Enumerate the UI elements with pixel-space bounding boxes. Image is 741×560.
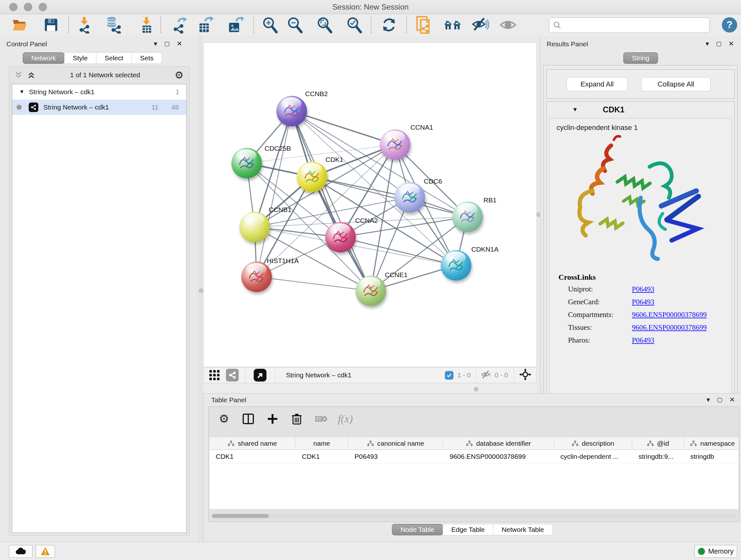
- selected-checkbox-icon[interactable]: [445, 371, 454, 380]
- column-header-description[interactable]: description: [554, 437, 632, 449]
- table-cell[interactable]: CDK1: [295, 450, 348, 463]
- edge-CCNB2-CCNA1[interactable]: [292, 111, 395, 145]
- zoom-in-icon[interactable]: [261, 16, 279, 34]
- node-CDC25B[interactable]: [231, 148, 262, 179]
- table-cell[interactable]: stringdb:9...: [632, 450, 684, 463]
- panel-float-icon[interactable]: ▢: [164, 41, 170, 47]
- panel-dock-icon[interactable]: ▾: [706, 396, 710, 403]
- import-network-database-icon[interactable]: [105, 16, 122, 34]
- panel-close-icon[interactable]: ✕: [177, 40, 183, 47]
- tab-edge-table[interactable]: Edge Table: [443, 524, 493, 536]
- tab-network-table[interactable]: Network Table: [493, 524, 553, 536]
- node-RB1[interactable]: [452, 201, 483, 232]
- panel-dock-icon[interactable]: ▾: [154, 40, 157, 47]
- tab-string[interactable]: String: [623, 52, 658, 64]
- horizontal-splitter[interactable]: [203, 383, 537, 393]
- network-collection-row[interactable]: ▼ String Network – cdk1 1: [12, 84, 186, 100]
- panel-float-icon[interactable]: ▢: [717, 397, 723, 402]
- edge-CCNB2-HIST1H1A[interactable]: [257, 111, 292, 277]
- help-icon[interactable]: ?: [722, 17, 737, 33]
- node-CDKN1A[interactable]: [441, 250, 471, 281]
- expand-all-button[interactable]: Expand All: [566, 77, 628, 91]
- grid-view-icon[interactable]: [209, 369, 220, 381]
- node-CCNE1[interactable]: [355, 275, 386, 306]
- string-home-icon[interactable]: [444, 16, 461, 34]
- annotation-share-icon[interactable]: [226, 369, 239, 381]
- crosslink-link[interactable]: P06493: [632, 336, 654, 345]
- show-graphics-details-icon[interactable]: [499, 16, 517, 34]
- node-CDK1[interactable]: [297, 162, 327, 192]
- table-cell[interactable]: CDK1: [209, 450, 295, 463]
- crosshair-icon[interactable]: [519, 368, 531, 382]
- node-CCNA1[interactable]: [380, 129, 410, 160]
- column-header-shared-name[interactable]: shared name: [209, 437, 295, 449]
- add-column-icon[interactable]: [265, 411, 280, 427]
- show-columns-icon[interactable]: [241, 411, 256, 427]
- birds-eye-view-icon[interactable]: [254, 369, 266, 381]
- import-network-file-icon[interactable]: [75, 16, 93, 34]
- zoom-fit-icon[interactable]: [316, 16, 333, 34]
- tab-network[interactable]: Network: [23, 52, 64, 64]
- zoom-out-icon[interactable]: [286, 16, 304, 34]
- network-canvas[interactable]: CCNB2CCNA1CDC25BCDK1CDC6RB1CCNB1CCNA2CDK…: [203, 43, 537, 367]
- edge-CCNB2-CCNE1[interactable]: [292, 111, 371, 291]
- network-options-gear-icon[interactable]: ⚙: [175, 70, 184, 80]
- network-row-selected[interactable]: String Network – cdk1 11 48: [12, 100, 186, 115]
- panel-close-icon[interactable]: ✕: [730, 396, 735, 403]
- table-cell[interactable]: cyclin-dependent ...: [554, 450, 632, 463]
- delete-table-icon[interactable]: [313, 411, 329, 427]
- double-chevron-up-icon[interactable]: [27, 71, 36, 79]
- memory-button[interactable]: Memory: [694, 545, 737, 558]
- tab-sets[interactable]: Sets: [131, 52, 162, 64]
- search-input[interactable]: [561, 18, 710, 32]
- import-table-icon[interactable]: [138, 16, 155, 34]
- export-table-icon[interactable]: [196, 16, 214, 34]
- entry-expander-icon[interactable]: ▼: [572, 106, 578, 113]
- column-header-canonical-name[interactable]: canonical name: [348, 437, 443, 449]
- table-row[interactable]: CDK1CDK1P064939606.ENSP00000378699cyclin…: [209, 450, 738, 463]
- hide-graphics-details-icon[interactable]: [471, 16, 489, 34]
- crosslink-link[interactable]: 9606.ENSP00000378699: [632, 323, 707, 332]
- function-builder-icon[interactable]: f(x): [338, 411, 353, 427]
- crosslink-link[interactable]: P06493: [632, 285, 654, 294]
- scrollbar-thumb[interactable]: [212, 514, 269, 518]
- collapse-all-button[interactable]: Collapse All: [641, 77, 711, 91]
- column-header-@id[interactable]: @id: [632, 437, 684, 449]
- column-header-name[interactable]: name: [295, 437, 348, 449]
- open-session-icon[interactable]: [10, 16, 28, 34]
- zoom-selected-icon[interactable]: [345, 16, 363, 34]
- collection-count: 1: [176, 88, 179, 96]
- column-header-database-identifier[interactable]: database identifier: [443, 437, 554, 449]
- refresh-layout-icon[interactable]: [380, 16, 398, 34]
- delete-column-trash-icon[interactable]: [289, 411, 305, 427]
- export-image-icon[interactable]: [226, 16, 245, 34]
- tree-expander-icon[interactable]: ▼: [19, 89, 24, 95]
- splitter-grip[interactable]: [474, 387, 478, 391]
- node-CCNB2[interactable]: [276, 96, 307, 126]
- table-cell[interactable]: 9606.ENSP00000378699: [443, 450, 554, 463]
- clone-network-icon[interactable]: [415, 16, 433, 34]
- table-cell[interactable]: P06493: [348, 450, 443, 463]
- panel-dock-icon[interactable]: ▾: [705, 40, 709, 47]
- tab-node-table[interactable]: Node Table: [392, 524, 443, 536]
- edge-HIST1H1A-CCNE1[interactable]: [257, 277, 371, 291]
- splitter-grip[interactable]: [199, 288, 203, 293]
- warning-button[interactable]: [36, 545, 55, 558]
- save-session-icon[interactable]: [42, 16, 60, 34]
- node-CDC6[interactable]: [394, 182, 425, 212]
- table-options-gear-icon[interactable]: ⚙: [216, 411, 232, 427]
- panel-float-icon[interactable]: ▢: [716, 41, 722, 47]
- crosslink-link[interactable]: 9606.ENSP00000378699: [632, 311, 707, 319]
- double-chevron-down-icon[interactable]: [14, 71, 23, 79]
- table-cell[interactable]: stringdb: [684, 450, 738, 463]
- tab-style[interactable]: Style: [64, 52, 96, 64]
- node-HIST1H1A[interactable]: [241, 261, 272, 292]
- export-network-icon[interactable]: [170, 16, 188, 34]
- node-CCNB1[interactable]: [239, 212, 270, 242]
- crosslink-link[interactable]: P06493: [632, 298, 654, 306]
- column-header-namespace[interactable]: namespace: [684, 437, 738, 449]
- cloud-button[interactable]: [9, 545, 32, 558]
- tab-select[interactable]: Select: [96, 52, 132, 64]
- node-CCNA2[interactable]: [325, 222, 356, 253]
- panel-close-icon[interactable]: ✕: [729, 40, 734, 47]
